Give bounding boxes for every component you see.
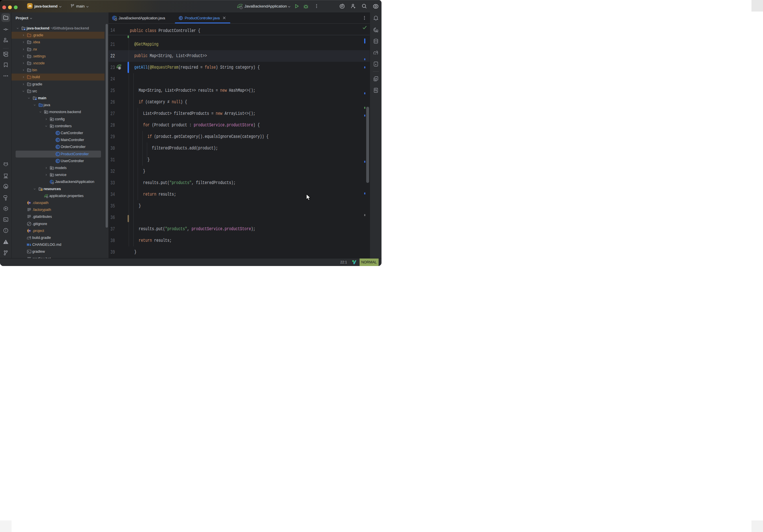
svg-text:M: M	[27, 243, 30, 246]
